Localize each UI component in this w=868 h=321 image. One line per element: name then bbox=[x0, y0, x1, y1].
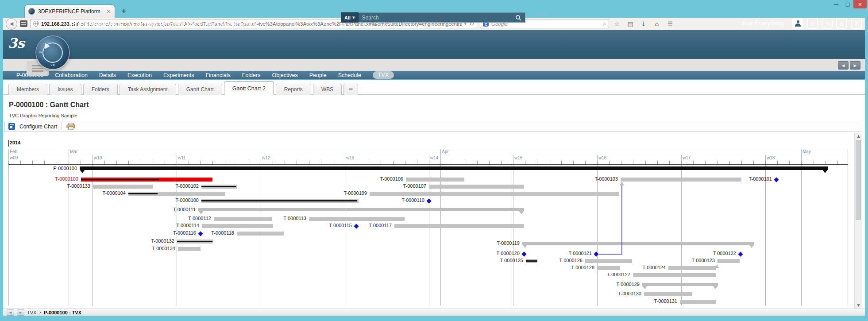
nav-item-collaboration[interactable]: Collaboration bbox=[55, 72, 88, 78]
portal-home-icon[interactable]: ⌂ bbox=[836, 18, 847, 29]
secondary-strip bbox=[3, 59, 865, 71]
page-subtitle: TVC Graphic Reporting Sample bbox=[9, 113, 77, 118]
history-forward-button[interactable]: ▶ bbox=[17, 309, 24, 316]
share-icon[interactable]: ↪ bbox=[822, 18, 833, 29]
tab-wbs[interactable]: WBS bbox=[313, 84, 342, 95]
add-icon[interactable]: + bbox=[807, 18, 818, 29]
configure-chart-icon bbox=[8, 123, 15, 130]
header-action-icons: + ↪ ⌂ ? bbox=[792, 18, 862, 29]
tab-task-assignment[interactable]: Task Assignment bbox=[120, 84, 176, 95]
vertical-scrollbar[interactable]: ▲ ▼ bbox=[854, 133, 862, 309]
content-area bbox=[3, 80, 865, 316]
scroll-up-icon[interactable]: ▲ bbox=[855, 133, 862, 139]
tab-overflow-menu[interactable]: ≡ bbox=[343, 84, 358, 95]
site-globe-icon bbox=[33, 21, 39, 27]
tab-issues[interactable]: Issues bbox=[49, 84, 81, 95]
breadcrumb-root[interactable]: TVX bbox=[27, 310, 36, 315]
minimize-button[interactable]: — bbox=[830, 0, 842, 8]
search-magnifier-icon[interactable]: ⌕ bbox=[603, 21, 606, 27]
bookmarks-list-icon[interactable]: ▤ bbox=[625, 20, 636, 27]
tab-folders[interactable]: Folders bbox=[83, 84, 118, 95]
global-search: All ▾ Search bbox=[341, 12, 525, 23]
brand-title: 3DEXPERIENCE|ENOVIA Program and Project … bbox=[71, 20, 258, 28]
chart-toolbar: Configure Chart bbox=[4, 121, 862, 132]
nav-item-execution[interactable]: Execution bbox=[127, 72, 152, 78]
compass-logo[interactable]: V.R3D bbox=[36, 36, 69, 69]
nav-item-financials[interactable]: Financials bbox=[205, 72, 230, 78]
tab-gantt-chart-2[interactable]: Gantt Chart 2 bbox=[224, 81, 274, 95]
history-back-button[interactable]: ◀ bbox=[7, 309, 14, 316]
tab-scroll-right-button[interactable]: ▶ bbox=[850, 61, 860, 70]
breadcrumb-current: P-0000100 : TVX bbox=[44, 310, 81, 315]
brand-enovia: ENOVIA bbox=[131, 20, 158, 28]
bookmarks-icon[interactable] bbox=[20, 20, 27, 27]
search-scope-dropdown[interactable]: All ▾ bbox=[341, 12, 359, 23]
nav-item-tvx[interactable]: TVX bbox=[373, 71, 394, 79]
app-header bbox=[3, 30, 865, 59]
nav-item-people[interactable]: People bbox=[309, 72, 327, 78]
menu-icon[interactable]: ☰ bbox=[665, 20, 675, 27]
nav-item-folders[interactable]: Folders bbox=[242, 72, 261, 78]
scope-caret-icon: ▾ bbox=[352, 15, 355, 20]
page-title: P-0000100 : Gantt Chart bbox=[9, 101, 89, 109]
nav-item-schedule[interactable]: Schedule bbox=[338, 72, 361, 78]
nav-item-experiments[interactable]: Experiments bbox=[163, 72, 194, 78]
nav-item-objectives[interactable]: Objectives bbox=[272, 72, 297, 78]
search-placeholder: Search bbox=[362, 15, 379, 21]
breadcrumb-separator: › bbox=[39, 309, 41, 315]
svg-text:3s: 3s bbox=[8, 35, 26, 51]
print-icon[interactable] bbox=[66, 123, 75, 130]
downloads-icon[interactable]: ↓ bbox=[638, 20, 649, 27]
user-name[interactable]: Test Everything bbox=[741, 19, 784, 27]
sub-tab-bar: MembersIssuesFoldersTask AssignmentGantt… bbox=[3, 82, 865, 95]
home-icon[interactable]: ⌂ bbox=[652, 20, 662, 27]
dassault-3ds-logo: 3s bbox=[7, 35, 27, 54]
profile-icon[interactable] bbox=[792, 18, 803, 29]
scrollbar-thumb[interactable] bbox=[856, 140, 861, 220]
brand-3dexperience: 3DEXPERIENCE bbox=[71, 20, 123, 28]
nav-item-details[interactable]: Details bbox=[99, 72, 116, 78]
maximize-button[interactable]: ▢ bbox=[842, 0, 853, 8]
tab-favicon-icon bbox=[28, 8, 35, 15]
bookmark-star-icon[interactable]: ☆ bbox=[612, 20, 622, 27]
tab-scroll-left-button[interactable]: ◀ bbox=[838, 61, 849, 70]
tab-members[interactable]: Members bbox=[8, 84, 47, 95]
browser-window: { "window": { "tab_title": "3DEXPERIENCE… bbox=[0, 0, 868, 321]
tab-title: 3DEXPERIENCE Platform bbox=[38, 8, 104, 15]
status-bar: ◀ ▶ TVX › P-0000100 : TVX bbox=[3, 309, 865, 316]
brand-suite: Program and Project Management bbox=[160, 21, 258, 28]
back-button[interactable]: ◀ bbox=[6, 18, 17, 30]
tab-gantt-chart[interactable]: Gantt Chart bbox=[178, 84, 222, 95]
tab-reports[interactable]: Reports bbox=[276, 84, 311, 95]
tab-close-icon[interactable]: × bbox=[106, 8, 111, 15]
configure-chart-button[interactable]: Configure Chart bbox=[19, 124, 57, 130]
new-tab-button[interactable]: + bbox=[119, 6, 129, 15]
tab-scroll-buttons: ◀ ▶ bbox=[838, 61, 860, 70]
browser-tab[interactable]: 3DEXPERIENCE Platform × bbox=[24, 4, 115, 18]
search-swoosh-icon bbox=[538, 12, 548, 20]
search-icon[interactable] bbox=[515, 15, 521, 21]
scroll-down-icon[interactable]: ▼ bbox=[855, 302, 862, 309]
help-icon[interactable]: ? bbox=[851, 18, 862, 29]
category-nav-bar: P-0000100CollaborationDetailsExecutionEx… bbox=[3, 71, 865, 80]
close-button[interactable]: × bbox=[853, 0, 867, 8]
global-search-input[interactable]: Search bbox=[359, 12, 525, 23]
